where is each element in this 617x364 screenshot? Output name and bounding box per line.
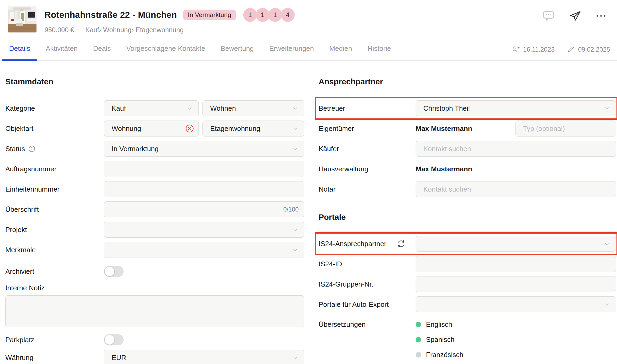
tab-medien[interactable]: Medien xyxy=(329,44,352,60)
translation-label: Englisch xyxy=(426,320,452,329)
divider xyxy=(319,96,616,96)
parkplatz-label: Parkplatz xyxy=(5,336,104,344)
waehrung-select[interactable]: EUR xyxy=(104,350,304,364)
kategorie-select[interactable]: Kauf xyxy=(104,100,199,116)
char-counter: 0/100 xyxy=(283,206,299,213)
status-label: Status xyxy=(5,145,104,153)
comment-bubble-icon[interactable] xyxy=(542,10,555,22)
ansprechpartner-section: Ansprechpartner Betreuer Christoph Theil… xyxy=(319,77,616,197)
is24-ansprechpartner-select[interactable] xyxy=(416,236,616,252)
notar-label: Notar xyxy=(319,185,416,193)
clear-circle-icon[interactable] xyxy=(185,124,194,133)
archiviert-toggle[interactable] xyxy=(104,266,124,277)
kategorie-row: Kategorie Kauf Wohnen xyxy=(5,100,304,116)
stammdaten-title: Stammdaten xyxy=(5,77,304,86)
parkplatz-toggle[interactable] xyxy=(104,334,124,345)
chevron-down-icon xyxy=(186,105,193,112)
chevron-down-icon xyxy=(603,105,610,112)
waehrung-label: Währung xyxy=(5,354,104,362)
eigentuemer-contact-link[interactable]: Max Mustermann xyxy=(416,125,512,133)
page-title: Rotenhahnstraße 22 - München xyxy=(44,10,177,20)
is24-gruppen-nr-input[interactable] xyxy=(416,276,616,292)
tab-aktivitaeten[interactable]: Aktivitäten xyxy=(46,44,78,60)
notar-search-input[interactable] xyxy=(416,181,616,197)
tab-bar: Details Aktivitäten Deals Vorgeschlagene… xyxy=(0,44,617,61)
stammdaten-section: Stammdaten Kategorie Kauf Wohnen xyxy=(5,77,304,364)
divider xyxy=(319,231,616,231)
kaeufer-label: Käufer xyxy=(319,145,416,153)
is24-id-input[interactable] xyxy=(416,256,616,272)
sync-icon[interactable] xyxy=(396,239,405,248)
chevron-down-icon xyxy=(292,105,299,112)
objektart-subtype-select[interactable]: Etagenwohnung xyxy=(202,121,304,136)
property-photo[interactable] xyxy=(8,6,36,32)
paper-plane-icon[interactable] xyxy=(569,10,581,22)
modified-date: 09.02.2025 xyxy=(578,46,610,53)
toggle-knob xyxy=(105,335,114,345)
portale-title: Portale xyxy=(319,213,616,222)
created-date: 16.11.2023 xyxy=(523,46,555,53)
status-value: In Vermarktung xyxy=(112,145,159,153)
waehrung-value: EUR xyxy=(112,354,126,362)
projekt-select[interactable] xyxy=(104,222,304,238)
tab-vorgeschlagene-kontakte[interactable]: Vorgeschlagene Kontakte xyxy=(126,44,205,60)
waehrung-row: Währung EUR xyxy=(5,350,304,364)
merkmale-select[interactable] xyxy=(104,242,304,258)
tab-historie[interactable]: Historie xyxy=(368,44,391,60)
ellipsis-icon[interactable] xyxy=(596,10,606,22)
projekt-label: Projekt xyxy=(5,226,104,234)
merkmale-label: Merkmale xyxy=(5,246,104,254)
uebersetzungen-row: Übersetzungen Englisch Spanisch Franz xyxy=(319,320,616,359)
translation-englisch[interactable]: Englisch xyxy=(416,320,463,329)
counter-badge-2[interactable]: 1 xyxy=(256,8,270,22)
auto-export-select[interactable] xyxy=(416,296,616,312)
eigentuemer-typ-input[interactable] xyxy=(515,121,616,136)
auftragsnummer-input[interactable] xyxy=(104,161,304,177)
objektart-subtype-value: Etagenwohnung xyxy=(210,125,260,133)
objektart-row: Objektart Wohnung Et xyxy=(5,121,304,136)
einheitennummer-label: Einheitennummer xyxy=(5,185,104,193)
objektart-value: Wohnung xyxy=(112,125,141,133)
tab-deals[interactable]: Deals xyxy=(93,44,111,60)
hausverwaltung-contact-link[interactable]: Max Mustermann xyxy=(416,165,616,173)
objektart-value-field[interactable]: Wohnung xyxy=(104,121,199,136)
auto-export-row: Portale für Auto-Export xyxy=(319,296,616,312)
pencil-icon xyxy=(567,46,575,53)
right-column: Ansprechpartner Betreuer Christoph Theil… xyxy=(319,77,616,364)
interne-notiz-label: Interne Notiz xyxy=(5,284,304,292)
betreuer-label: Betreuer xyxy=(319,104,416,113)
chevron-down-icon xyxy=(603,240,610,247)
kaeufer-search-input[interactable] xyxy=(416,141,616,157)
auftragsnummer-label: Auftragsnummer xyxy=(5,165,104,173)
info-icon[interactable] xyxy=(28,145,35,152)
tab-erweiterungen[interactable]: Erweiterungen xyxy=(269,44,314,60)
price: 950.000 € xyxy=(44,26,74,34)
counter-badge-4[interactable]: 4 xyxy=(281,8,295,22)
modified-date-meta: 09.02.2025 xyxy=(567,46,610,53)
translation-label: Französisch xyxy=(426,351,463,359)
auto-export-label: Portale für Auto-Export xyxy=(319,300,416,309)
status-select[interactable]: In Vermarktung xyxy=(104,141,304,157)
tab-bewertung[interactable]: Bewertung xyxy=(221,44,254,60)
einheitennummer-input[interactable] xyxy=(104,181,304,197)
counter-badge-1[interactable]: 1 xyxy=(243,8,257,22)
chevron-down-icon xyxy=(603,301,610,308)
projekt-row: Projekt xyxy=(5,222,304,238)
betreuer-select[interactable]: Christoph Theil xyxy=(416,100,616,116)
translation-franzoesisch[interactable]: Französisch xyxy=(416,351,463,359)
nutzungsart-select[interactable]: Wohnen xyxy=(202,100,304,116)
counter-badge-3[interactable]: 1 xyxy=(268,8,282,22)
auftragsnummer-row: Auftragsnummer xyxy=(5,161,304,177)
counter-badges: 1 1 1 4 xyxy=(243,8,295,22)
ueberschrift-field[interactable]: 0/100 xyxy=(104,201,304,217)
status-badge: In Vermarktung xyxy=(183,10,236,20)
translation-status-dot xyxy=(416,337,421,342)
is24-gruppen-nr-label: IS24-Gruppen-Nr. xyxy=(319,280,416,288)
kaeufer-row: Käufer xyxy=(319,141,616,157)
translation-label: Spanisch xyxy=(426,336,454,344)
archiviert-row: Archiviert xyxy=(5,266,304,277)
tabs: Details Aktivitäten Deals Vorgeschlagene… xyxy=(9,44,391,60)
translation-spanisch[interactable]: Spanisch xyxy=(416,336,463,344)
tab-details[interactable]: Details xyxy=(9,44,30,60)
interne-notiz-textarea[interactable] xyxy=(5,295,304,327)
